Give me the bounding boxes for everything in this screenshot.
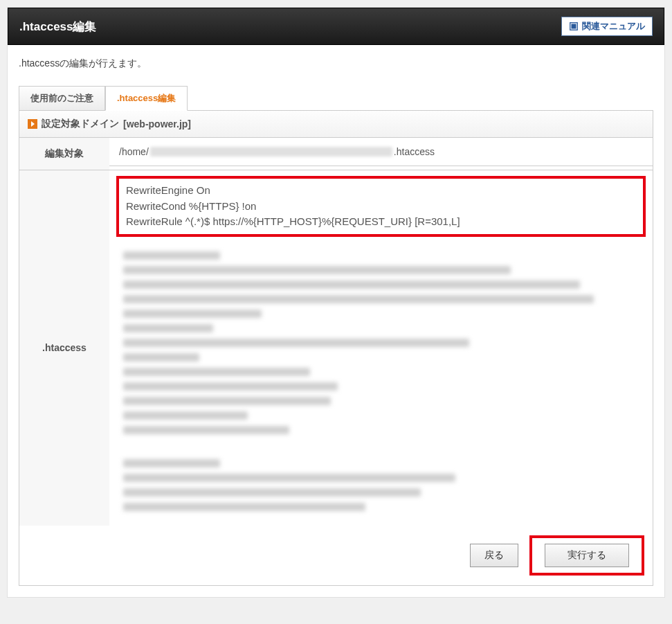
htaccess-editor-highlight[interactable]: RewriteEngine On RewriteCond %{HTTPS} !o… <box>116 176 646 237</box>
form-table: 編集対象 /home/ .htaccess .htaccess RewriteE… <box>19 138 653 526</box>
execute-button[interactable]: 実行する <box>545 544 629 567</box>
edit-target-value: /home/ .htaccess <box>109 138 653 166</box>
tab-bar: 使用前のご注意 .htaccess編集 <box>8 85 664 110</box>
section-domain: [web-power.jp] <box>123 118 191 130</box>
section-title-prefix: 設定対象ドメイン <box>42 118 119 130</box>
tab-htaccess-edit[interactable]: .htaccess編集 <box>105 86 188 111</box>
htaccess-content-row: .htaccess RewriteEngine On RewriteCond %… <box>19 170 653 526</box>
page-title: .htaccess編集 <box>19 19 97 35</box>
main-panel: .htaccess編集 関連マニュアル .htaccessの編集が行えます。 使… <box>7 7 665 598</box>
related-manual-button[interactable]: 関連マニュアル <box>561 17 653 36</box>
execute-highlight: 実行する <box>529 535 644 576</box>
redacted-content <box>116 242 646 520</box>
manual-button-label: 関連マニュアル <box>582 20 645 33</box>
edit-target-label: 編集対象 <box>19 138 109 170</box>
page-description: .htaccessの編集が行えます。 <box>8 45 664 85</box>
section-header: 設定対象ドメイン [web-power.jp] <box>19 111 653 138</box>
tab-notice[interactable]: 使用前のご注意 <box>19 86 105 111</box>
button-row: 戻る 実行する <box>19 526 653 585</box>
editor-line: RewriteRule ^(.*)$ https://%{HTTP_HOST}%… <box>126 214 636 230</box>
svg-rect-1 <box>572 24 576 29</box>
book-icon <box>569 21 579 31</box>
redacted-path <box>150 147 392 157</box>
edit-target-row: 編集対象 /home/ .htaccess <box>19 138 653 170</box>
editor-line: RewriteCond %{HTTPS} !on <box>126 199 636 215</box>
content-area: 設定対象ドメイン [web-power.jp] 編集対象 /home/ .hta… <box>19 110 653 586</box>
htaccess-label: .htaccess <box>19 170 109 526</box>
header-bar: .htaccess編集 関連マニュアル <box>8 8 664 45</box>
path-suffix: .htaccess <box>394 146 435 157</box>
editor-line: RewriteEngine On <box>126 183 636 199</box>
arrow-right-icon <box>28 119 37 129</box>
back-button[interactable]: 戻る <box>470 544 518 567</box>
htaccess-cell: RewriteEngine On RewriteCond %{HTTPS} !o… <box>109 170 653 526</box>
path-prefix: /home/ <box>119 146 149 157</box>
